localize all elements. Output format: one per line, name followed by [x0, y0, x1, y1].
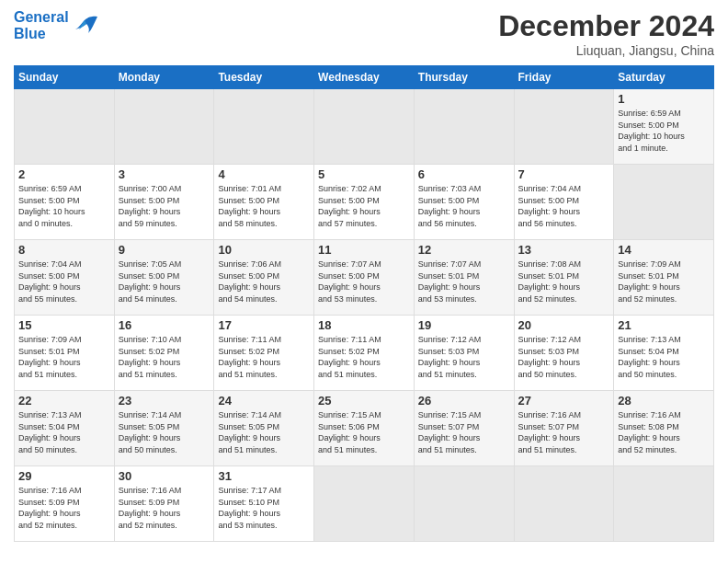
calendar-table: SundayMondayTuesdayWednesdayThursdayFrid…	[14, 65, 714, 542]
day-cell-15: 15Sunrise: 7:09 AMSunset: 5:01 PMDayligh…	[15, 316, 115, 391]
day-cell-7: 7Sunrise: 7:04 AMSunset: 5:00 PMDaylight…	[514, 165, 614, 240]
empty-cell	[314, 466, 415, 542]
day-cell-19: 19Sunrise: 7:12 AMSunset: 5:03 PMDayligh…	[414, 316, 514, 391]
month-title: December 2024	[498, 9, 714, 43]
page-container: General Blue December 2024 Liuquan, Jian…	[0, 0, 728, 551]
day-cell-21: 21Sunrise: 7:13 AMSunset: 5:04 PMDayligh…	[614, 316, 714, 391]
day-cell-18: 18Sunrise: 7:11 AMSunset: 5:02 PMDayligh…	[314, 316, 415, 391]
header: General Blue December 2024 Liuquan, Jian…	[14, 9, 714, 58]
day-cell-30: 30Sunrise: 7:16 AMSunset: 5:09 PMDayligh…	[114, 466, 214, 542]
logo-blue: Blue	[14, 26, 69, 42]
calendar-week-5: 22Sunrise: 7:13 AMSunset: 5:04 PMDayligh…	[15, 391, 714, 466]
location-subtitle: Liuquan, Jiangsu, China	[498, 43, 714, 58]
day-cell-8: 8Sunrise: 7:04 AMSunset: 5:00 PMDaylight…	[15, 240, 115, 316]
logo-general: General	[14, 9, 69, 26]
title-block: December 2024 Liuquan, Jiangsu, China	[498, 9, 714, 58]
empty-cell	[414, 89, 514, 165]
calendar-week-1: 1Sunrise: 6:59 AMSunset: 5:00 PMDaylight…	[15, 89, 714, 165]
day-cell-3: 3Sunrise: 7:00 AMSunset: 5:00 PMDaylight…	[114, 165, 214, 240]
day-cell-14: 14Sunrise: 7:09 AMSunset: 5:01 PMDayligh…	[614, 240, 714, 316]
day-cell-13: 13Sunrise: 7:08 AMSunset: 5:01 PMDayligh…	[514, 240, 614, 316]
day-cell-22: 22Sunrise: 7:13 AMSunset: 5:04 PMDayligh…	[15, 391, 115, 466]
empty-cell	[414, 466, 514, 542]
day-cell-12: 12Sunrise: 7:07 AMSunset: 5:01 PMDayligh…	[414, 240, 514, 316]
calendar-week-6: 29Sunrise: 7:16 AMSunset: 5:09 PMDayligh…	[15, 466, 714, 542]
day-header-tuesday: Tuesday	[214, 66, 314, 89]
day-cell-5: 5Sunrise: 7:02 AMSunset: 5:00 PMDaylight…	[314, 165, 415, 240]
empty-cell	[15, 89, 115, 165]
day-cell-28: 28Sunrise: 7:16 AMSunset: 5:08 PMDayligh…	[614, 391, 714, 466]
day-header-friday: Friday	[514, 66, 614, 89]
empty-cell	[614, 466, 714, 542]
day-cell-11: 11Sunrise: 7:07 AMSunset: 5:00 PMDayligh…	[314, 240, 415, 316]
day-cell-20: 20Sunrise: 7:12 AMSunset: 5:03 PMDayligh…	[514, 316, 614, 391]
calendar-week-3: 8Sunrise: 7:04 AMSunset: 5:00 PMDaylight…	[15, 240, 714, 316]
day-cell-1: 1Sunrise: 6:59 AMSunset: 5:00 PMDaylight…	[614, 89, 714, 165]
day-cell-10: 10Sunrise: 7:06 AMSunset: 5:00 PMDayligh…	[214, 240, 314, 316]
day-header-saturday: Saturday	[614, 66, 714, 89]
logo: General Blue	[14, 9, 101, 41]
empty-cell	[114, 89, 214, 165]
empty-cell	[314, 89, 415, 165]
day-cell-2: 2Sunrise: 6:59 AMSunset: 5:00 PMDaylight…	[15, 165, 115, 240]
day-cell-9: 9Sunrise: 7:05 AMSunset: 5:00 PMDaylight…	[114, 240, 214, 316]
day-cell-6: 6Sunrise: 7:03 AMSunset: 5:00 PMDaylight…	[414, 165, 514, 240]
header-row: SundayMondayTuesdayWednesdayThursdayFrid…	[15, 66, 714, 89]
day-cell-24: 24Sunrise: 7:14 AMSunset: 5:05 PMDayligh…	[214, 391, 314, 466]
day-cell-31: 31Sunrise: 7:17 AMSunset: 5:10 PMDayligh…	[214, 466, 314, 542]
day-cell-4: 4Sunrise: 7:01 AMSunset: 5:00 PMDaylight…	[214, 165, 314, 240]
day-cell-27: 27Sunrise: 7:16 AMSunset: 5:07 PMDayligh…	[514, 391, 614, 466]
logo-bird-icon	[72, 13, 101, 39]
day-cell-26: 26Sunrise: 7:15 AMSunset: 5:07 PMDayligh…	[414, 391, 514, 466]
empty-cell	[514, 466, 614, 542]
day-cell-25: 25Sunrise: 7:15 AMSunset: 5:06 PMDayligh…	[314, 391, 415, 466]
day-cell-23: 23Sunrise: 7:14 AMSunset: 5:05 PMDayligh…	[114, 391, 214, 466]
empty-cell	[614, 165, 714, 240]
day-header-thursday: Thursday	[414, 66, 514, 89]
empty-cell	[514, 89, 614, 165]
calendar-week-2: 2Sunrise: 6:59 AMSunset: 5:00 PMDaylight…	[15, 165, 714, 240]
day-cell-17: 17Sunrise: 7:11 AMSunset: 5:02 PMDayligh…	[214, 316, 314, 391]
day-header-wednesday: Wednesday	[314, 66, 415, 89]
day-cell-29: 29Sunrise: 7:16 AMSunset: 5:09 PMDayligh…	[15, 466, 115, 542]
day-header-sunday: Sunday	[15, 66, 115, 89]
calendar-week-4: 15Sunrise: 7:09 AMSunset: 5:01 PMDayligh…	[15, 316, 714, 391]
day-header-monday: Monday	[114, 66, 214, 89]
day-cell-16: 16Sunrise: 7:10 AMSunset: 5:02 PMDayligh…	[114, 316, 214, 391]
empty-cell	[214, 89, 314, 165]
